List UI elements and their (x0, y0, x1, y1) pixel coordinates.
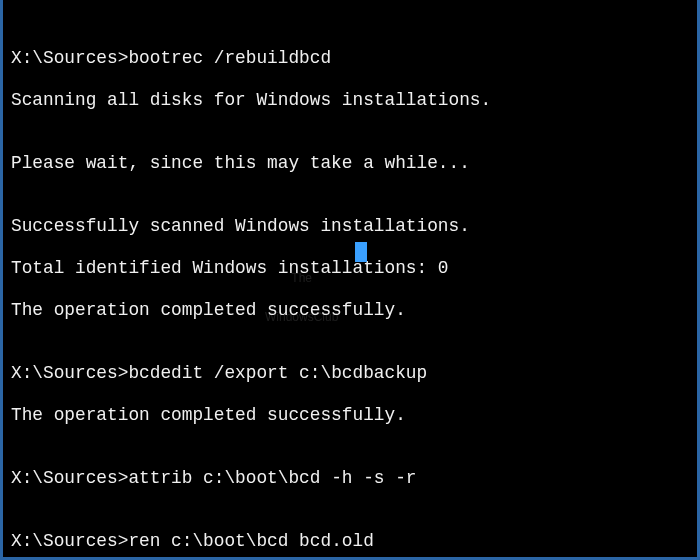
command-line: X:\Sources>bootrec /rebuildbcd (11, 48, 689, 69)
terminal-window[interactable]: X:\Sources>bootrec /rebuildbcd Scanning … (0, 0, 700, 560)
output-line: Scanning all disks for Windows installat… (11, 90, 689, 111)
output-line: Please wait, since this may take a while… (11, 153, 689, 174)
output-line: The operation completed successfully. (11, 300, 689, 321)
output-line: Successfully scanned Windows installatio… (11, 216, 689, 237)
command-text: attrib c:\boot\bcd -h -s -r (128, 468, 416, 488)
command-line: X:\Sources>attrib c:\boot\bcd -h -s -r (11, 468, 689, 489)
output-line: The operation completed successfully. (11, 405, 689, 426)
command-line: X:\Sources>ren c:\boot\bcd bcd.old (11, 531, 689, 552)
command-line: X:\Sources>bcdedit /export c:\bcdbackup (11, 363, 689, 384)
command-text: bcdedit /export c:\bcdbackup (128, 363, 427, 383)
prompt: X:\Sources> (11, 468, 128, 488)
prompt: X:\Sources> (11, 363, 128, 383)
command-text: bootrec /rebuildbcd (128, 48, 331, 68)
prompt: X:\Sources> (11, 48, 128, 68)
command-text: ren c:\boot\bcd bcd.old (128, 531, 373, 551)
prompt: X:\Sources> (11, 531, 128, 551)
output-line: Total identified Windows installations: … (11, 258, 689, 279)
